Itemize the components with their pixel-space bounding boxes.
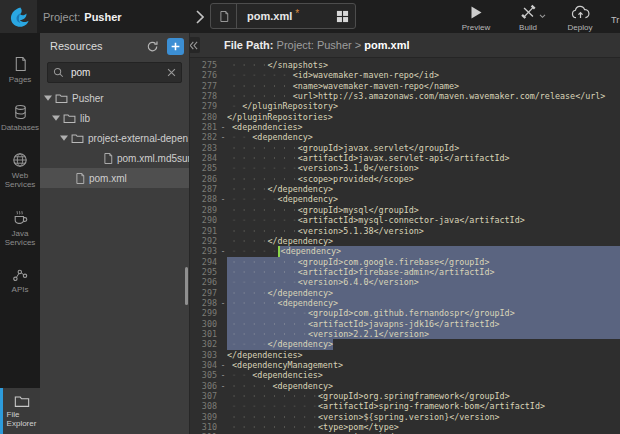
code-line-282[interactable]: 282-<dependency>	[190, 132, 620, 142]
code-line-281[interactable]: 281-<dependencies>	[190, 122, 620, 132]
line-number: 310	[190, 422, 219, 432]
tab-pom-xml[interactable]: pom.xml *	[237, 4, 329, 28]
line-number: 286	[190, 174, 219, 184]
line-number: 297	[190, 288, 219, 298]
preview-button[interactable]: Preview	[457, 4, 495, 32]
tree-item-lib[interactable]: lib	[40, 108, 189, 128]
file-path-project: Project: Pusher >	[274, 39, 365, 51]
code-area[interactable]: 275</snapshots>276<id>wavemaker-maven-re…	[190, 58, 620, 434]
code-line-303[interactable]: 303</dependencies>	[190, 350, 620, 360]
tab-switcher-button[interactable]	[329, 4, 355, 28]
code-line-291[interactable]: 291<version>5.1.38</version>	[190, 226, 620, 236]
line-number: 288	[190, 194, 219, 204]
sidebar-item-databases[interactable]: Databases	[0, 104, 40, 132]
tree-item-pom-xml-md5sum[interactable]: pom.xml.md5sum	[40, 148, 189, 168]
search-input[interactable]	[69, 66, 167, 79]
code-line-283[interactable]: 283<groupId>javax.servlet</groupId>	[190, 143, 620, 153]
database-icon	[13, 104, 28, 120]
code-line-286[interactable]: 286<scope>provided</scope>	[190, 174, 620, 184]
code-line-302[interactable]: 302</dependency>	[190, 339, 620, 349]
fold-marker[interactable]: -	[219, 298, 227, 308]
code-line-293[interactable]: 293-<dependency>	[190, 246, 620, 256]
code-line-285[interactable]: 285<version>3.1.0</version>	[190, 163, 620, 173]
fold-marker[interactable]: -	[219, 132, 227, 142]
code-line-304[interactable]: 304-<dependencyManagement>	[190, 360, 620, 370]
code-line-301[interactable]: 301<version>2.2.1</version>	[190, 329, 620, 339]
code-line-310[interactable]: 310<type>pom</type>	[190, 422, 620, 432]
code-line-294[interactable]: 294<groupId>com.google.firebase</groupId…	[190, 257, 620, 267]
selection-highlight: </dependency>	[227, 339, 333, 349]
code-line-297[interactable]: 297</dependency>	[190, 288, 620, 298]
code-line-289[interactable]: 289<groupId>mysql</groupId>	[190, 205, 620, 215]
code-line-276[interactable]: 276<id>wavemaker-maven-repo</id>	[190, 70, 620, 80]
add-resource-button[interactable]	[167, 38, 184, 55]
fold-marker[interactable]: -	[219, 122, 227, 132]
code-line-309[interactable]: 309<version>${spring.version}</version>	[190, 412, 620, 422]
fold-marker[interactable]: -	[219, 194, 227, 204]
indent-guide	[227, 70, 293, 80]
panel-scrollbar[interactable]	[185, 267, 188, 305]
tab-file-icon-button[interactable]	[211, 4, 237, 28]
clipped-topbar-button[interactable]: Tr	[611, 15, 619, 25]
sidebar-item-java-services[interactable]: JavaServices	[0, 209, 40, 247]
line-number: 296	[190, 277, 219, 287]
indent-guide	[227, 132, 252, 142]
line-number: 300	[190, 319, 219, 329]
code-line-292[interactable]: 292</dependency>	[190, 236, 620, 246]
code-line-296[interactable]: 296<version>6.4.0</version>	[190, 277, 620, 287]
text-caret	[278, 246, 280, 256]
selection-highlight: <groupId>com.github.fernandospr</groupId…	[227, 308, 620, 318]
tree-item-pusher[interactable]: Pusher	[40, 88, 189, 108]
build-button[interactable]: Build	[509, 4, 547, 32]
code-line-290[interactable]: 290<artifactId>mysql-connector-java</art…	[190, 215, 620, 225]
code-text: <dependency>	[281, 246, 342, 256]
code-line-280[interactable]: 280</pluginRepositories>	[190, 112, 620, 122]
code-line-278[interactable]: 278<url>http://s3.amazonaws.com/maven.wa…	[190, 91, 620, 101]
sidebar-item-web-services[interactable]: WebServices	[0, 152, 40, 189]
fold-marker[interactable]: -	[219, 381, 227, 391]
fold-marker[interactable]: -	[219, 370, 227, 380]
play-icon	[469, 5, 483, 20]
sidebar-item-apis[interactable]: APIs	[0, 267, 40, 294]
code-line-307[interactable]: 307<groupId>org.springframework</groupId…	[190, 391, 620, 401]
code-line-284[interactable]: 284<artifactId>javax.servlet-api</artifa…	[190, 153, 620, 163]
fold-marker	[219, 70, 227, 80]
code-line-306[interactable]: 306-<dependency>	[190, 381, 620, 391]
code-line-298[interactable]: 298-<dependency>	[190, 298, 620, 308]
line-number: 295	[190, 267, 219, 277]
file-path-bar: File Path: Project: Pusher > pom.xml	[190, 33, 620, 58]
sidebar-item-pages[interactable]: Pages	[0, 56, 40, 84]
line-number: 308	[190, 401, 219, 411]
code-line-287[interactable]: 287</dependency>	[190, 184, 620, 194]
fold-marker	[219, 277, 227, 287]
deploy-button[interactable]: Deploy	[561, 4, 599, 32]
refresh-icon[interactable]	[146, 40, 159, 53]
tree-item-project-external-depen[interactable]: project-external-depen	[40, 128, 189, 148]
fold-marker[interactable]: -	[219, 246, 227, 256]
indent-guide	[227, 422, 318, 432]
tree-item-label: pom.xml.md5sum	[117, 153, 189, 164]
file-icon	[219, 10, 229, 23]
code-line-299[interactable]: 299<groupId>com.github.fernandospr</grou…	[190, 308, 620, 318]
tree-item-pom-xml[interactable]: pom.xml	[40, 168, 189, 188]
app-logo[interactable]	[0, 0, 37, 33]
code-line-288[interactable]: 288-<dependency>	[190, 194, 620, 204]
fold-marker	[219, 81, 227, 91]
code-text: </snapshots>	[267, 60, 328, 70]
code-line-275[interactable]: 275</snapshots>	[190, 60, 620, 70]
code-text: <dependency>	[252, 132, 313, 142]
page-icon	[13, 56, 28, 72]
code-text: <version>6.4.0</version>	[298, 277, 419, 287]
code-line-308[interactable]: 308<artifactId>spring-framework-bom</art…	[190, 401, 620, 411]
sidebar-item-file-explorer[interactable]: FileExplorer	[0, 388, 40, 434]
fold-marker[interactable]: -	[219, 360, 227, 370]
code-line-300[interactable]: 300<artifactId>javapns-jdk16</artifactId…	[190, 319, 620, 329]
clear-search-icon[interactable]	[167, 68, 176, 77]
code-line-295[interactable]: 295<artifactId>firebase-admin</artifactI…	[190, 267, 620, 277]
code-line-279[interactable]: 279</pluginRepository>	[190, 101, 620, 111]
code-line-305[interactable]: 305-<dependencies>	[190, 370, 620, 380]
line-number: 293	[190, 246, 219, 256]
indent-guide	[227, 267, 298, 277]
code-line-277[interactable]: 277<name>wavemaker-maven-repo</name>	[190, 81, 620, 91]
line-number: 279	[190, 101, 219, 111]
